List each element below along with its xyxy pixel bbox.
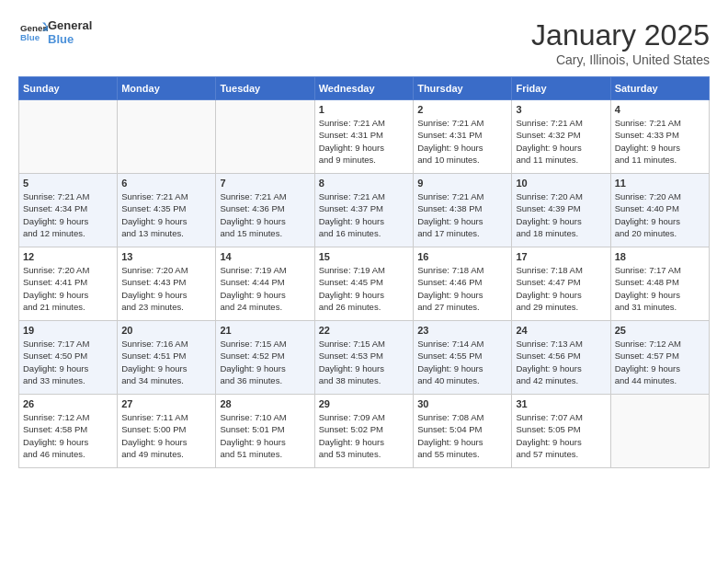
day-number: 11: [615, 178, 705, 189]
calendar-cell: 30Sunrise: 7:08 AMSunset: 5:04 PMDayligh…: [414, 395, 512, 468]
logo-blue: Blue: [48, 32, 92, 46]
calendar-cell: 15Sunrise: 7:19 AMSunset: 4:45 PMDayligh…: [314, 247, 413, 321]
day-info: Sunrise: 7:20 AMSunset: 4:39 PMDaylight:…: [516, 190, 606, 239]
calendar-cell: 27Sunrise: 7:11 AMSunset: 5:00 PMDayligh…: [118, 395, 216, 468]
page-header: General Blue General Blue January 2025 C…: [18, 18, 710, 67]
day-number: 17: [516, 251, 606, 262]
day-number: 4: [615, 104, 705, 115]
week-row-5: 26Sunrise: 7:12 AMSunset: 4:58 PMDayligh…: [19, 395, 710, 468]
logo-general: General: [48, 18, 92, 32]
day-info: Sunrise: 7:21 AMSunset: 4:38 PMDaylight:…: [417, 190, 507, 239]
day-number: 9: [417, 178, 507, 189]
calendar-cell: 21Sunrise: 7:15 AMSunset: 4:52 PMDayligh…: [216, 321, 314, 395]
day-info: Sunrise: 7:13 AMSunset: 4:56 PMDaylight:…: [516, 338, 606, 386]
calendar-cell: 4Sunrise: 7:21 AMSunset: 4:33 PMDaylight…: [610, 100, 709, 174]
calendar-cell: 14Sunrise: 7:19 AMSunset: 4:44 PMDayligh…: [216, 247, 314, 321]
day-info: Sunrise: 7:17 AMSunset: 4:48 PMDaylight:…: [615, 264, 705, 313]
calendar-cell: 31Sunrise: 7:07 AMSunset: 5:05 PMDayligh…: [512, 395, 610, 468]
day-info: Sunrise: 7:21 AMSunset: 4:31 PMDaylight:…: [319, 117, 409, 166]
logo-icon: General Blue: [20, 21, 48, 43]
day-number: 26: [23, 398, 113, 409]
day-number: 22: [319, 325, 409, 336]
day-info: Sunrise: 7:21 AMSunset: 4:36 PMDaylight:…: [220, 190, 310, 239]
calendar-cell: 9Sunrise: 7:21 AMSunset: 4:38 PMDaylight…: [414, 174, 512, 247]
day-info: Sunrise: 7:21 AMSunset: 4:33 PMDaylight:…: [615, 117, 705, 166]
day-info: Sunrise: 7:18 AMSunset: 4:46 PMDaylight:…: [417, 264, 507, 313]
calendar-cell: 22Sunrise: 7:15 AMSunset: 4:53 PMDayligh…: [314, 321, 413, 395]
location: Cary, Illinois, United States: [531, 52, 710, 67]
calendar-cell: 10Sunrise: 7:20 AMSunset: 4:39 PMDayligh…: [512, 174, 610, 247]
day-info: Sunrise: 7:17 AMSunset: 4:50 PMDaylight:…: [23, 338, 113, 386]
week-row-1: 1Sunrise: 7:21 AMSunset: 4:31 PMDaylight…: [19, 100, 710, 174]
day-info: Sunrise: 7:14 AMSunset: 4:55 PMDaylight:…: [417, 338, 507, 386]
calendar-cell: 7Sunrise: 7:21 AMSunset: 4:36 PMDaylight…: [216, 174, 314, 247]
svg-text:Blue: Blue: [20, 32, 40, 42]
calendar-cell: 6Sunrise: 7:21 AMSunset: 4:35 PMDaylight…: [118, 174, 216, 247]
day-number: 20: [121, 325, 211, 336]
day-info: Sunrise: 7:11 AMSunset: 5:00 PMDaylight:…: [121, 411, 211, 460]
calendar-cell: 28Sunrise: 7:10 AMSunset: 5:01 PMDayligh…: [216, 395, 314, 468]
weekday-header-row: SundayMondayTuesdayWednesdayThursdayFrid…: [19, 77, 710, 100]
day-number: 23: [417, 325, 507, 336]
svg-text:General: General: [20, 23, 48, 33]
calendar-cell: 17Sunrise: 7:18 AMSunset: 4:47 PMDayligh…: [512, 247, 610, 321]
calendar-table: SundayMondayTuesdayWednesdayThursdayFrid…: [18, 76, 710, 468]
day-number: 19: [23, 325, 113, 336]
day-number: 2: [417, 104, 507, 115]
weekday-header-wednesday: Wednesday: [314, 77, 413, 100]
day-info: Sunrise: 7:08 AMSunset: 5:04 PMDaylight:…: [417, 411, 507, 460]
week-row-2: 5Sunrise: 7:21 AMSunset: 4:34 PMDaylight…: [19, 174, 710, 247]
month-title: January 2025: [531, 18, 710, 52]
day-number: 16: [417, 251, 507, 262]
weekday-header-saturday: Saturday: [610, 77, 709, 100]
calendar-cell: 11Sunrise: 7:20 AMSunset: 4:40 PMDayligh…: [610, 174, 709, 247]
weekday-header-sunday: Sunday: [19, 77, 118, 100]
day-number: 18: [615, 251, 705, 262]
day-number: 6: [121, 178, 211, 189]
calendar-cell: 12Sunrise: 7:20 AMSunset: 4:41 PMDayligh…: [19, 247, 118, 321]
calendar-cell: 23Sunrise: 7:14 AMSunset: 4:55 PMDayligh…: [414, 321, 512, 395]
day-info: Sunrise: 7:21 AMSunset: 4:31 PMDaylight:…: [417, 117, 507, 166]
day-number: 14: [220, 251, 310, 262]
day-info: Sunrise: 7:15 AMSunset: 4:52 PMDaylight:…: [220, 338, 310, 386]
calendar-cell: 26Sunrise: 7:12 AMSunset: 4:58 PMDayligh…: [19, 395, 118, 468]
day-number: 15: [319, 251, 409, 262]
day-info: Sunrise: 7:18 AMSunset: 4:47 PMDaylight:…: [516, 264, 606, 313]
calendar-cell: 20Sunrise: 7:16 AMSunset: 4:51 PMDayligh…: [118, 321, 216, 395]
day-number: 8: [319, 178, 409, 189]
calendar-cell: 1Sunrise: 7:21 AMSunset: 4:31 PMDaylight…: [314, 100, 413, 174]
day-number: 5: [23, 178, 113, 189]
week-row-3: 12Sunrise: 7:20 AMSunset: 4:41 PMDayligh…: [19, 247, 710, 321]
day-number: 3: [516, 104, 606, 115]
calendar-cell: 19Sunrise: 7:17 AMSunset: 4:50 PMDayligh…: [19, 321, 118, 395]
calendar-cell: 16Sunrise: 7:18 AMSunset: 4:46 PMDayligh…: [414, 247, 512, 321]
day-number: 10: [516, 178, 606, 189]
day-info: Sunrise: 7:20 AMSunset: 4:43 PMDaylight:…: [121, 264, 211, 313]
title-block: January 2025 Cary, Illinois, United Stat…: [531, 18, 710, 67]
day-info: Sunrise: 7:19 AMSunset: 4:44 PMDaylight:…: [220, 264, 310, 313]
calendar-cell: 18Sunrise: 7:17 AMSunset: 4:48 PMDayligh…: [610, 247, 709, 321]
calendar-cell: 8Sunrise: 7:21 AMSunset: 4:37 PMDaylight…: [314, 174, 413, 247]
weekday-header-tuesday: Tuesday: [216, 77, 314, 100]
day-info: Sunrise: 7:20 AMSunset: 4:41 PMDaylight:…: [23, 264, 113, 313]
day-info: Sunrise: 7:21 AMSunset: 4:32 PMDaylight:…: [516, 117, 606, 166]
day-number: 27: [121, 398, 211, 409]
day-info: Sunrise: 7:21 AMSunset: 4:34 PMDaylight:…: [23, 190, 113, 239]
calendar-cell: 3Sunrise: 7:21 AMSunset: 4:32 PMDaylight…: [512, 100, 610, 174]
day-info: Sunrise: 7:16 AMSunset: 4:51 PMDaylight:…: [121, 338, 211, 386]
day-info: Sunrise: 7:19 AMSunset: 4:45 PMDaylight:…: [319, 264, 409, 313]
calendar-cell: 29Sunrise: 7:09 AMSunset: 5:02 PMDayligh…: [314, 395, 413, 468]
day-info: Sunrise: 7:15 AMSunset: 4:53 PMDaylight:…: [319, 338, 409, 386]
day-info: Sunrise: 7:12 AMSunset: 4:58 PMDaylight:…: [23, 411, 113, 460]
day-number: 28: [220, 398, 310, 409]
calendar-cell: 13Sunrise: 7:20 AMSunset: 4:43 PMDayligh…: [118, 247, 216, 321]
day-number: 31: [516, 398, 606, 409]
calendar-cell: 2Sunrise: 7:21 AMSunset: 4:31 PMDaylight…: [414, 100, 512, 174]
calendar-cell: [118, 100, 216, 174]
day-number: 1: [319, 104, 409, 115]
day-number: 25: [615, 325, 705, 336]
day-number: 13: [121, 251, 211, 262]
weekday-header-thursday: Thursday: [414, 77, 512, 100]
day-info: Sunrise: 7:21 AMSunset: 4:35 PMDaylight:…: [121, 190, 211, 239]
weekday-header-friday: Friday: [512, 77, 610, 100]
